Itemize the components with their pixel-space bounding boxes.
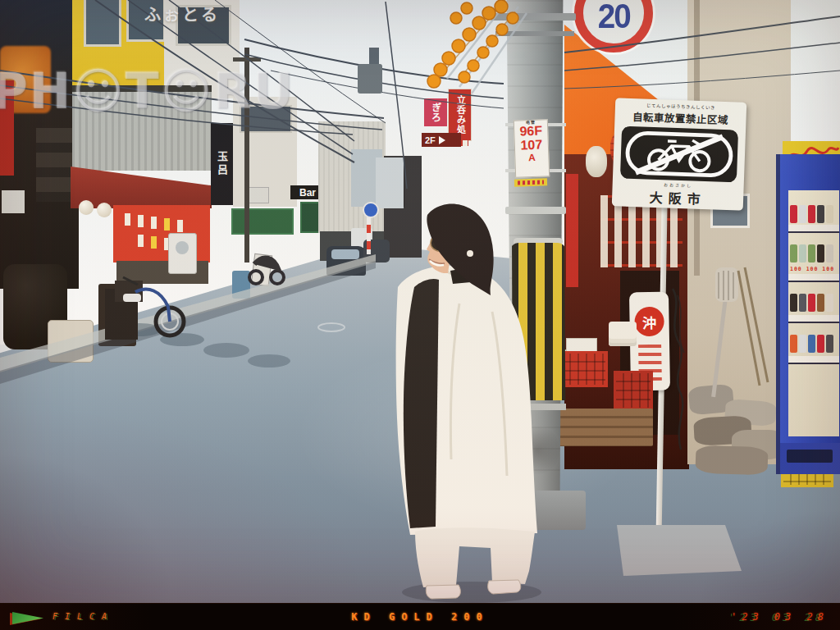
white-shoe [426, 585, 460, 599]
street-photo: 玉呂 Bar 花いちか ぎろ 立呑み処 2F [0, 0, 840, 603]
pearl-earring [467, 250, 473, 257]
film-photo-frame: 玉呂 Bar 花いちか ぎろ 立呑み処 2F [0, 0, 840, 630]
white-shoe [488, 580, 521, 594]
white-pants [415, 527, 535, 587]
watermark-brand: PH☺T☺RU [0, 62, 294, 120]
watermark-kana: ふぉとる [144, 2, 220, 25]
film-stock-label: KD GOLD 200 [0, 611, 840, 623]
film-info-strip: FILCA KD GOLD 200 '23 03 28 [0, 603, 840, 630]
film-date-stamp: '23 03 28 [731, 611, 829, 623]
